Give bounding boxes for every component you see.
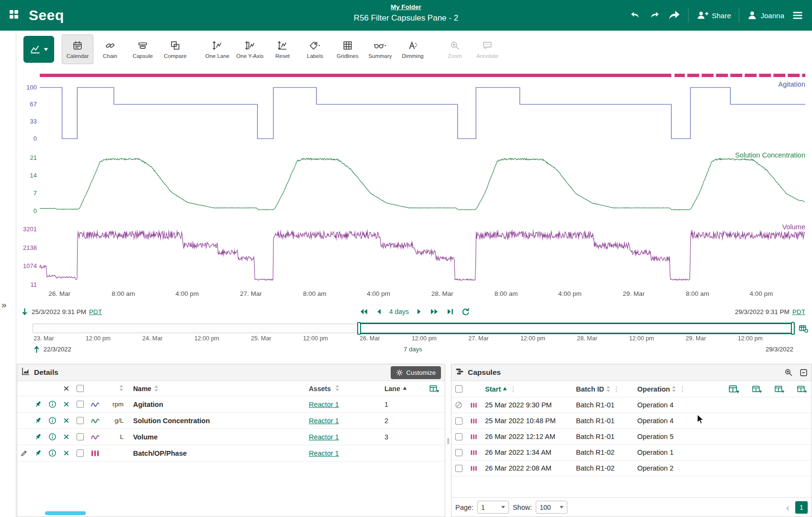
current-page-button[interactable]: 1	[795, 501, 808, 514]
details-row[interactable]: rpm Agitation Reactor 1 1	[17, 396, 445, 413]
item-name[interactable]: Solution Concentration	[126, 417, 309, 425]
row-checkbox[interactable]	[77, 401, 84, 408]
capsule-row[interactable]: 26 Mar 2022 2:08 AM Batch R1-02 Operatio…	[451, 461, 812, 476]
column-assets[interactable]: Assets	[309, 385, 381, 393]
asset-link[interactable]: Reactor 1	[309, 417, 339, 425]
capsule-row[interactable]: 25 Mar 2022 9:30 PM Batch R1-01 Operatio…	[451, 397, 812, 413]
range-start-arrow-icon[interactable]	[21, 308, 29, 316]
tool-capsule[interactable]: Capsule	[127, 34, 158, 64]
column-name[interactable]: Name	[126, 385, 309, 393]
page-select[interactable]: 1	[477, 501, 509, 514]
apps-menu-button[interactable]	[0, 0, 28, 31]
column-menu-icon[interactable]: ⋮	[678, 385, 687, 393]
timebar-selected-window[interactable]	[359, 323, 793, 334]
row-checkbox[interactable]	[77, 433, 84, 440]
row-checkbox[interactable]	[77, 417, 84, 424]
customize-button[interactable]: Customize	[391, 366, 441, 379]
remove-icon[interactable]	[59, 434, 73, 440]
hamburger-menu[interactable]	[792, 10, 803, 21]
trend-chart[interactable]: 10067330Agitation211470Solution Concentr…	[17, 68, 812, 303]
column-batch-id[interactable]: Batch ID ⋮	[572, 385, 633, 393]
remove-icon[interactable]	[59, 401, 73, 407]
step-to-end-button[interactable]	[446, 308, 454, 315]
capsule-checkbox[interactable]	[455, 417, 462, 425]
info-icon[interactable]	[45, 416, 59, 425]
table-props-icon[interactable]	[774, 385, 784, 393]
tool-one-lane[interactable]: One Lane	[202, 34, 233, 64]
tool-compare[interactable]: Compare	[159, 34, 191, 64]
asset-link[interactable]: Reactor 1	[309, 433, 339, 441]
trend-canvas[interactable]	[17, 68, 812, 289]
show-select[interactable]: 100	[536, 501, 567, 514]
details-columns-icon[interactable]	[423, 384, 445, 393]
column-menu-icon[interactable]: ⋮	[509, 385, 518, 393]
table-export-icon[interactable]	[797, 385, 807, 393]
investigate-start-arrow-icon[interactable]	[33, 345, 41, 353]
select-all-checkbox[interactable]	[77, 385, 84, 392]
capsule-checkbox[interactable]	[455, 465, 462, 472]
pin-icon[interactable]	[31, 433, 45, 441]
capsule-checkbox[interactable]	[455, 449, 462, 456]
forward-share-button[interactable]	[668, 10, 680, 21]
capsule-row[interactable]: 26 Mar 2022 12:12 AM Batch R1-01 Operati…	[451, 429, 812, 445]
timebar-track[interactable]	[33, 324, 793, 333]
remove-all-icon[interactable]	[59, 385, 73, 392]
details-row[interactable]: L Volume Reactor 1 3	[17, 429, 445, 445]
tool-dimming[interactable]: Dimming	[397, 34, 429, 64]
refresh-button[interactable]	[462, 308, 470, 316]
share-button[interactable]: Share	[696, 10, 731, 21]
capsule-row[interactable]: 25 Mar 2022 10:48 PM Batch R1-01 Operati…	[451, 413, 812, 429]
info-icon[interactable]	[45, 400, 59, 408]
step-forward-button[interactable]	[416, 308, 423, 315]
column-start[interactable]: Start ⋮	[481, 385, 572, 393]
range-start[interactable]: 25/3/2022 9:31 PM	[32, 308, 86, 315]
info-icon[interactable]	[45, 449, 59, 457]
breadcrumb[interactable]: My Folder	[391, 3, 421, 11]
edit-pencil-icon[interactable]	[17, 450, 31, 457]
capsule-checkbox[interactable]	[455, 433, 462, 440]
range-end[interactable]: 29/3/2022 9:31 PM	[735, 308, 789, 315]
step-forward-fast-button[interactable]	[430, 308, 439, 315]
step-back-button[interactable]	[375, 308, 382, 315]
timebar-left-handle[interactable]	[357, 322, 361, 335]
details-row[interactable]: g/L Solution Concentration Reactor 1 2	[17, 413, 445, 429]
tool-calendar[interactable]: Calendar	[62, 34, 93, 64]
range-duration[interactable]: 4 days	[389, 308, 409, 315]
investigate-duration[interactable]: 7 days	[404, 346, 422, 353]
details-row[interactable]: Batch/OP/Phase Reactor 1	[17, 445, 445, 461]
investigate-end-date[interactable]: 29/3/2022	[766, 346, 793, 353]
tool-one-y-axis[interactable]: One Y-Axis	[234, 34, 266, 64]
table-stats-icon[interactable]	[752, 385, 762, 393]
range-end-timezone[interactable]: PDT	[792, 308, 805, 315]
tool-summary[interactable]: Summary	[364, 34, 396, 64]
redo-button[interactable]	[649, 10, 660, 21]
item-name[interactable]: Volume	[126, 433, 309, 441]
column-lane[interactable]: Lane	[381, 385, 423, 393]
tool-labels[interactable]: Labels	[299, 34, 331, 64]
panel-splitter[interactable]: ∥	[445, 364, 451, 517]
asset-link[interactable]: Reactor 1	[309, 450, 339, 457]
remove-icon[interactable]	[59, 417, 73, 424]
pin-icon[interactable]	[31, 449, 45, 457]
tool-chain[interactable]: Chain	[94, 34, 126, 64]
undo-button[interactable]	[630, 10, 641, 21]
collapse-panel-icon[interactable]	[800, 369, 808, 377]
tool-gridlines[interactable]: Gridlines	[332, 34, 363, 64]
info-icon[interactable]	[45, 433, 59, 441]
remove-icon[interactable]	[59, 450, 73, 456]
pin-icon[interactable]	[31, 400, 45, 408]
add-column-icon[interactable]	[728, 384, 739, 394]
step-back-fast-button[interactable]	[359, 308, 368, 315]
sort-icon[interactable]	[119, 385, 124, 391]
asset-link[interactable]: Reactor 1	[309, 401, 339, 408]
user-menu[interactable]: Joanna	[747, 10, 784, 21]
select-all-capsules-checkbox[interactable]	[455, 385, 462, 393]
investigate-start-date[interactable]: 22/3/2022	[44, 346, 71, 353]
row-checkbox[interactable]	[77, 450, 84, 457]
item-name[interactable]: Batch/OP/Phase	[126, 450, 309, 457]
item-name[interactable]: Agitation	[126, 401, 309, 408]
trend-view-dropdown[interactable]	[23, 36, 54, 63]
timebar-capsule-icon[interactable]	[799, 325, 808, 335]
horizontal-scrollbar-thumb[interactable]	[45, 511, 86, 515]
range-start-timezone[interactable]: PDT	[89, 308, 102, 315]
